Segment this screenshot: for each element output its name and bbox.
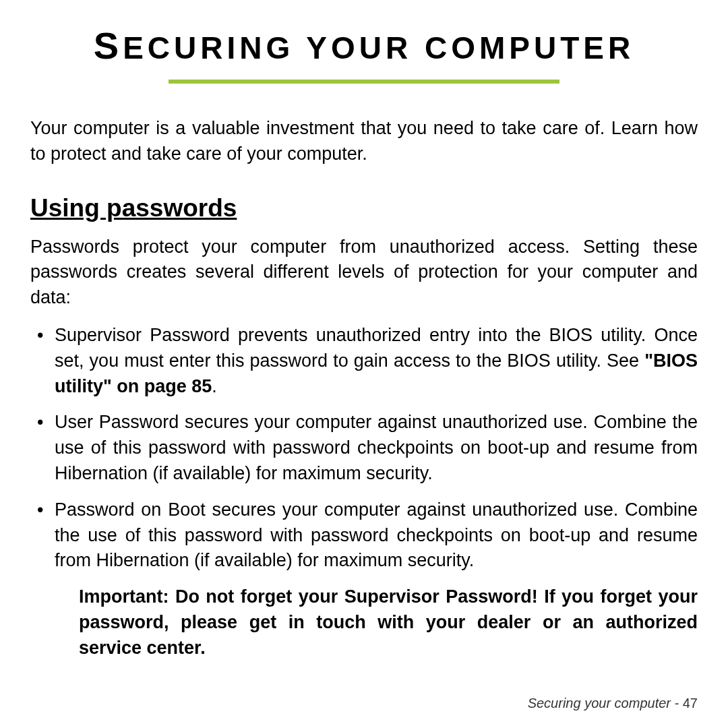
footer-section-name: Securing your computer - (528, 696, 679, 710)
list-item: User Password secures your computer agai… (30, 410, 698, 486)
title-underline (169, 80, 559, 84)
important-note: Important: Do not forget your Supervisor… (30, 584, 698, 661)
bullet-list: Supervisor Password prevents unauthorize… (30, 323, 698, 574)
list-item-text-post: . (212, 376, 217, 396)
list-item: Password on Boot secures your computer a… (30, 497, 698, 574)
footer-page-number: 47 (679, 696, 698, 710)
section-intro-paragraph: Passwords protect your computer from una… (30, 235, 698, 311)
section-heading: Using passwords (30, 194, 698, 222)
page-footer: Securing your computer - 47 (528, 696, 698, 711)
list-item: Supervisor Password prevents unauthorize… (30, 323, 698, 399)
list-item-text: Password on Boot secures your computer a… (55, 499, 698, 571)
page-title: SECURING YOUR COMPUTER (30, 24, 698, 67)
list-item-text: Supervisor Password prevents unauthorize… (55, 325, 698, 371)
intro-paragraph: Your computer is a valuable investment t… (30, 116, 698, 167)
list-item-text: User Password secures your computer agai… (55, 412, 698, 483)
